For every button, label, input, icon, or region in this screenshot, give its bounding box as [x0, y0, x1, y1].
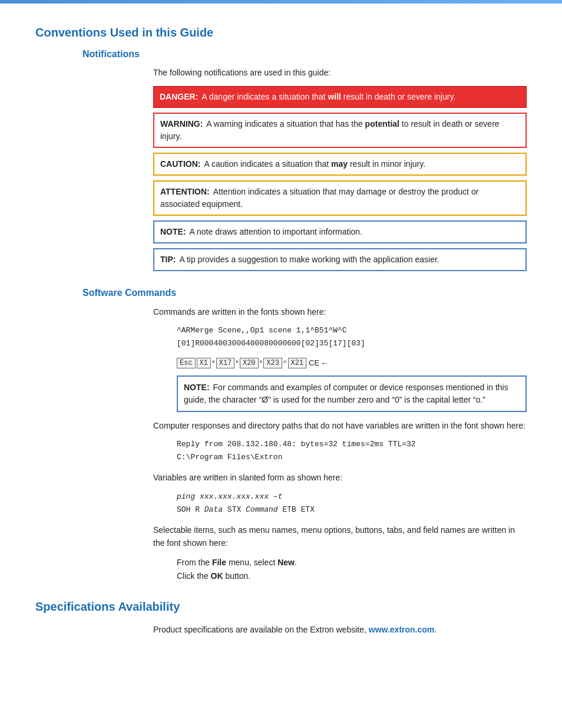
star-3: * [260, 359, 263, 367]
notifications-subtitle: Notifications [82, 49, 527, 60]
software-commands-section: Software Commands Commands are written i… [35, 288, 527, 584]
main-title: Conventions Used in this Guide [35, 26, 527, 39]
specs-suffix: . [434, 625, 437, 634]
warning-label: WARNING: [160, 119, 203, 129]
key-sequence: Esc X1 * X17 * X20 * X23 ^ X21 CE ← [177, 358, 527, 368]
key-x21: X21 [288, 358, 307, 368]
warning-notification: WARNING:A warning indicates a situation … [153, 113, 527, 148]
computer-responses-text: Computer responses and directory paths t… [153, 419, 527, 432]
code-var1-italic: ping xxx.xxx.xxx.xxx –t [177, 492, 282, 501]
danger-notification: DANGER:A danger indicates a situation th… [153, 86, 527, 108]
danger-text: A danger indicates a situation that will… [201, 92, 455, 101]
software-note-text: For commands and examples of computer or… [184, 383, 508, 404]
code-block-vars: ping xxx.xxx.xxx.xxx –t SOH R Data STX C… [177, 490, 527, 516]
code-var-1: ping xxx.xxx.xxx.xxx –t [177, 490, 527, 503]
example1-bold: File [212, 558, 226, 567]
star-2: * [236, 359, 239, 367]
selectable-example-1: From the File menu, select New. [177, 556, 527, 570]
warning-text: A warning indicates a situation that has… [160, 119, 500, 141]
caution-label: CAUTION: [160, 159, 200, 169]
code-var2-data: Data [204, 505, 223, 514]
key-x17: X17 [216, 358, 235, 368]
key-x23: X23 [263, 358, 282, 368]
specs-prefix: Product specifications are available on … [153, 625, 369, 634]
key-x20: X20 [240, 358, 259, 368]
page-content: Conventions Used in this Guide Notificat… [0, 4, 562, 677]
software-intro: Commands are written in the fonts shown … [153, 305, 527, 318]
example2-bold: OK [211, 571, 223, 581]
code-line-1: ^ARMerge Scene,,Op1 scene 1,1^B51^W^C [177, 324, 527, 337]
code-block-1: ^ARMerge Scene,,Op1 scene 1,1^B51^W^C [0… [177, 324, 527, 350]
specs-link[interactable]: www.extron.com [369, 625, 435, 634]
code-var2-stx: STX [223, 505, 246, 514]
caret: ^ [283, 359, 287, 367]
example1-suffix: menu, select [226, 558, 277, 567]
variables-text: Variables are written in slanted form as… [153, 471, 527, 484]
star-1: * [212, 359, 215, 367]
example1-bold2: New [277, 558, 295, 567]
selectable-text: Selectable items, such as menu names, me… [153, 523, 527, 550]
code-var-2: SOH R Data STX Command ETB ETX [177, 503, 527, 516]
ce-text: CE [309, 358, 319, 367]
key-esc: Esc [177, 358, 196, 368]
code-var2-soh: SOH R [177, 505, 204, 514]
selectable-examples: From the File menu, select New. Click th… [177, 556, 527, 584]
note-notification: NOTE:A note draws attention to important… [153, 220, 527, 243]
code-block-responses: Reply from 208.132.180.48: bytes=32 time… [177, 438, 527, 464]
attention-label: ATTENTION: [160, 187, 210, 196]
tip-label: TIP: [160, 255, 176, 264]
back-arrow: ← [320, 358, 329, 368]
example2-prefix: Click the [177, 571, 211, 581]
tip-notification: TIP:A tip provides a suggestion to make … [153, 248, 527, 271]
note-label: NOTE: [160, 227, 186, 236]
notifications-intro: The following notifications are used in … [153, 67, 527, 79]
key-x1: X1 [197, 358, 211, 368]
code-response-1: Reply from 208.132.180.48: bytes=32 time… [177, 438, 527, 451]
example1-end: . [295, 558, 297, 567]
example1-prefix: From the [177, 558, 212, 567]
caution-notification: CAUTION:A caution indicates a situation … [153, 153, 527, 176]
attention-notification: ATTENTION:Attention indicates a situatio… [153, 180, 527, 216]
notifications-list: DANGER:A danger indicates a situation th… [153, 86, 527, 271]
code-var2-command: Command [246, 505, 278, 514]
specs-text: Product specifications are available on … [153, 623, 527, 636]
software-commands-subtitle: Software Commands [82, 288, 527, 298]
caution-text: A caution indicates a situation that may… [204, 159, 425, 169]
selectable-example-2: Click the OK button. [177, 569, 527, 584]
danger-label: DANGER: [160, 92, 198, 101]
code-response-2: C:\Program Files\Extron [177, 451, 527, 464]
example2-suffix: button. [223, 571, 251, 581]
tip-text: A tip provides a suggestion to make work… [179, 255, 439, 264]
code-line-2: [01]R0004003000400080000600[02]35[17][03… [177, 337, 527, 350]
note-text: A note draws attention to important info… [190, 227, 362, 236]
software-note-box: NOTE:For commands and examples of comput… [177, 375, 527, 412]
specs-section: Specifications Availability Product spec… [35, 600, 527, 636]
specs-title: Specifications Availability [35, 600, 527, 614]
software-note-label: NOTE: [184, 383, 210, 392]
code-var2-etb: ETB ETX [278, 505, 315, 514]
